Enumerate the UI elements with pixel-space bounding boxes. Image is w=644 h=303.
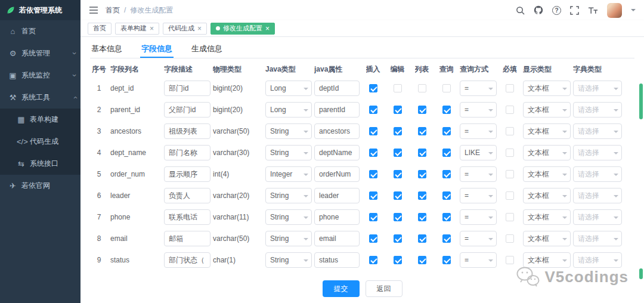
java-prop-input[interactable] — [314, 102, 360, 118]
query-checkbox[interactable] — [442, 256, 451, 264]
edit-checkbox[interactable] — [394, 191, 402, 200]
sidebar-item-system-tools[interactable]: ⚒ 系统工具 › — [0, 86, 80, 109]
insert-checkbox[interactable] — [369, 234, 377, 243]
back-button[interactable]: 返回 — [366, 280, 402, 297]
query-checkbox[interactable] — [442, 84, 451, 92]
java-prop-input[interactable] — [314, 145, 360, 160]
display-type-select[interactable]: 文本框 — [523, 209, 571, 225]
scrollbar-thumb-lower[interactable] — [639, 268, 643, 279]
query-mode-select[interactable]: LIKE — [460, 145, 497, 160]
edit-checkbox[interactable] — [394, 170, 402, 178]
caret-down-icon[interactable] — [631, 9, 636, 14]
display-type-select[interactable]: 文本框 — [523, 123, 571, 139]
hamburger-icon[interactable] — [89, 6, 98, 14]
display-type-select[interactable]: 文本框 — [523, 231, 571, 246]
dict-type-select[interactable]: 请选择 — [573, 166, 622, 182]
list-checkbox[interactable] — [418, 234, 426, 243]
close-icon[interactable]: × — [150, 25, 154, 32]
description-input[interactable] — [164, 102, 210, 118]
sidebar-item-system-api[interactable]: ⇆ 系统接口 — [0, 153, 80, 175]
tag-edit-gen-config[interactable]: 修改生成配置 × — [210, 23, 275, 35]
description-input[interactable] — [164, 166, 210, 182]
dict-type-select[interactable]: 请选择 — [573, 102, 622, 118]
query-checkbox[interactable] — [442, 149, 451, 157]
search-icon[interactable] — [516, 6, 525, 15]
insert-checkbox[interactable] — [369, 213, 377, 221]
tab-field-info[interactable]: 字段信息 — [140, 41, 174, 58]
required-checkbox[interactable] — [506, 213, 514, 221]
dict-type-select[interactable]: 请选择 — [573, 188, 622, 203]
query-checkbox[interactable] — [442, 234, 451, 243]
dict-type-select[interactable]: 请选择 — [573, 123, 622, 139]
dict-type-select[interactable]: 请选择 — [573, 231, 622, 246]
edit-checkbox[interactable] — [394, 234, 402, 243]
description-input[interactable] — [164, 81, 210, 96]
sidebar-item-form-build[interactable]: ▦ 表单构建 — [0, 109, 80, 131]
display-type-select[interactable]: 文本框 — [523, 188, 571, 203]
required-checkbox[interactable] — [506, 191, 514, 200]
list-checkbox[interactable] — [418, 256, 426, 264]
query-mode-select[interactable]: = — [460, 209, 497, 225]
edit-checkbox[interactable] — [394, 106, 402, 114]
description-input[interactable] — [164, 123, 210, 139]
java-type-select[interactable]: Long — [265, 81, 312, 96]
required-checkbox[interactable] — [506, 256, 514, 264]
query-checkbox[interactable] — [442, 191, 451, 200]
submit-button[interactable]: 提交 — [323, 280, 360, 297]
query-checkbox[interactable] — [442, 213, 451, 221]
insert-checkbox[interactable] — [369, 191, 377, 200]
insert-checkbox[interactable] — [369, 256, 377, 264]
display-type-select[interactable]: 文本框 — [523, 252, 571, 268]
java-prop-input[interactable] — [314, 166, 360, 182]
insert-checkbox[interactable] — [369, 170, 377, 178]
required-checkbox[interactable] — [506, 106, 514, 114]
java-prop-input[interactable] — [314, 81, 360, 96]
display-type-select[interactable]: 文本框 — [523, 166, 571, 182]
java-prop-input[interactable] — [314, 209, 360, 225]
java-type-select[interactable]: String — [265, 123, 312, 139]
java-type-select[interactable]: String — [265, 209, 312, 225]
list-checkbox[interactable] — [418, 213, 426, 221]
list-checkbox[interactable] — [418, 106, 426, 114]
query-mode-select[interactable]: = — [460, 231, 497, 246]
description-input[interactable] — [164, 252, 210, 268]
description-input[interactable] — [164, 209, 210, 225]
dict-type-select[interactable]: 请选择 — [573, 252, 622, 268]
description-input[interactable] — [164, 231, 210, 246]
list-checkbox[interactable] — [418, 149, 426, 157]
query-checkbox[interactable] — [442, 170, 451, 178]
required-checkbox[interactable] — [506, 149, 514, 157]
list-checkbox[interactable] — [418, 84, 426, 92]
insert-checkbox[interactable] — [369, 84, 377, 92]
scrollbar-thumb[interactable] — [639, 84, 643, 119]
description-input[interactable] — [164, 145, 210, 160]
edit-checkbox[interactable] — [394, 256, 402, 264]
java-type-select[interactable]: Integer — [265, 166, 312, 182]
query-checkbox[interactable] — [442, 127, 451, 135]
dict-type-select[interactable]: 请选择 — [573, 145, 622, 160]
display-type-select[interactable]: 文本框 — [523, 145, 571, 160]
query-mode-select[interactable]: = — [460, 252, 497, 268]
sidebar-item-home[interactable]: ⌂ 首页 — [0, 20, 80, 42]
description-input[interactable] — [164, 188, 210, 203]
font-size-icon[interactable] — [588, 6, 598, 14]
tab-gen-info[interactable]: 生成信息 — [190, 41, 224, 58]
display-type-select[interactable]: 文本框 — [523, 81, 571, 96]
edit-checkbox[interactable] — [394, 149, 402, 157]
sidebar-item-system-management[interactable]: ⚙ 系统管理 › — [0, 42, 80, 64]
github-icon[interactable] — [534, 5, 543, 15]
close-icon[interactable]: × — [197, 25, 202, 32]
edit-checkbox[interactable] — [394, 127, 402, 135]
app-logo[interactable]: 若依管理系统 — [0, 0, 80, 20]
insert-checkbox[interactable] — [369, 127, 377, 135]
display-type-select[interactable]: 文本框 — [523, 102, 571, 118]
java-type-select[interactable]: String — [265, 145, 312, 160]
java-type-select[interactable]: Long — [265, 102, 312, 118]
question-icon[interactable]: ? — [552, 6, 561, 15]
dict-type-select[interactable]: 请选择 — [573, 209, 622, 225]
java-prop-input[interactable] — [314, 231, 360, 246]
dict-type-select[interactable]: 请选择 — [573, 81, 622, 96]
java-type-select[interactable]: String — [265, 231, 312, 246]
list-checkbox[interactable] — [418, 191, 426, 200]
java-prop-input[interactable] — [314, 123, 360, 139]
